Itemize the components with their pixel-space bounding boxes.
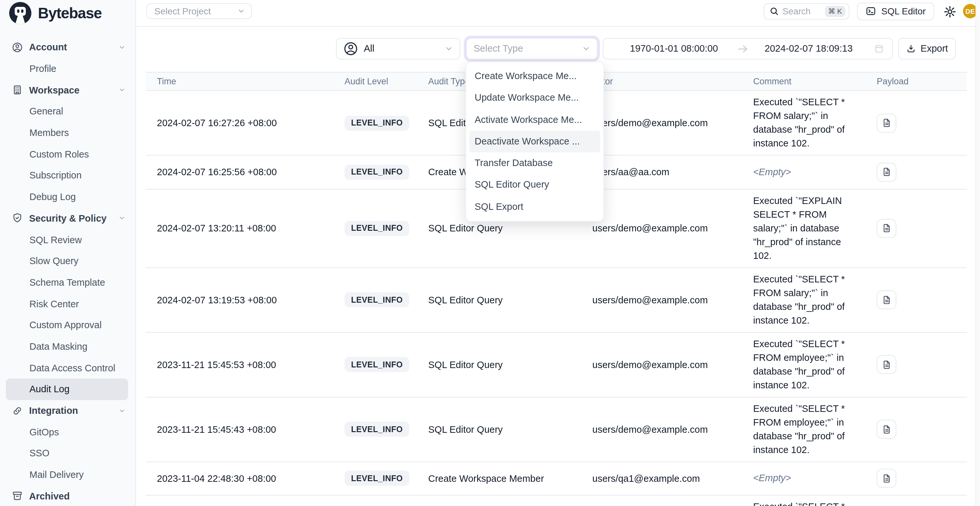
user-circle-icon — [343, 41, 358, 56]
cell-audit-type: SQL Editor Query — [428, 294, 592, 305]
cell-audit-level: LEVEL_INFO — [345, 357, 428, 372]
actor-filter-value: All — [364, 43, 374, 54]
sidebar-group-security-policy[interactable]: Security & Policy — [0, 208, 135, 229]
chevron-down-icon — [237, 7, 245, 15]
chevron-down-icon — [118, 86, 126, 94]
cell-audit-level: LEVEL_INFO — [345, 422, 428, 437]
payload-view-button[interactable] — [877, 163, 896, 182]
cell-comment: Executed `"SELECT * FROM employee;"` in … — [753, 402, 862, 457]
sidebar-item-custom-approval[interactable]: Custom Approval — [0, 315, 135, 336]
menu-item-sql-editor-query[interactable]: SQL Editor Query — [466, 174, 603, 196]
gear-icon[interactable] — [943, 5, 956, 18]
menu-item-update-workspace-me[interactable]: Update Workspace Me... — [466, 87, 603, 109]
cell-time: 2023-11-21 15:45:53 +08:00 — [157, 359, 345, 370]
cell-time: 2024-02-07 13:19:53 +08:00 — [157, 294, 345, 305]
sidebar-item-members[interactable]: Members — [0, 122, 135, 143]
sidebar-group-label: Archived — [29, 491, 70, 501]
chevron-down-icon — [118, 215, 126, 222]
search-shortcut-badge: ⌘ K — [825, 6, 845, 17]
app-window: Bytebase AccountProfileWorkspaceGeneralM… — [0, 0, 980, 506]
sidebar-item-schema-template[interactable]: Schema Template — [0, 272, 135, 293]
date-end-value[interactable]: 2024-02-07 18:09:13 — [765, 43, 853, 54]
menu-item-transfer-database[interactable]: Transfer Database — [466, 152, 603, 174]
export-label: Export — [921, 43, 948, 54]
payload-view-button[interactable] — [877, 469, 896, 488]
sidebar-group-label: Workspace — [29, 85, 80, 95]
sidebar-item-debug-log[interactable]: Debug Log — [0, 186, 135, 208]
payload-view-button[interactable] — [877, 113, 896, 132]
menu-item-activate-workspace-me[interactable]: Activate Workspace Me... — [466, 109, 603, 131]
sidebar-group-integration[interactable]: Integration — [0, 400, 135, 421]
payload-view-button[interactable] — [877, 219, 896, 238]
sidebar-item-audit-log[interactable]: Audit Log — [6, 379, 128, 400]
export-button[interactable]: Export — [898, 38, 956, 59]
menu-item-deactivate-workspace[interactable]: Deactivate Workspace ... — [469, 131, 600, 153]
table-row: 2023-11-04 21:26:34 +08:00LEVEL_INFOSQL … — [146, 496, 967, 506]
cell-payload — [877, 113, 896, 132]
project-select[interactable]: Select Project — [146, 3, 252, 19]
topbar: Select Project Search ⌘ K SQL Editor DE — [135, 0, 980, 27]
sidebar-item-custom-roles[interactable]: Custom Roles — [0, 143, 135, 165]
sidebar-group-account[interactable]: Account — [0, 37, 135, 58]
terminal-icon — [865, 6, 876, 16]
cell-payload — [877, 290, 896, 309]
scrollbar[interactable] — [975, 0, 980, 506]
payload-view-button[interactable] — [877, 355, 896, 374]
user-circle-icon — [11, 42, 22, 53]
actor-filter-select[interactable]: All — [336, 38, 460, 59]
brand-logo[interactable]: Bytebase — [0, 0, 135, 26]
sidebar-nav: AccountProfileWorkspaceGeneralMembersCus… — [0, 26, 135, 506]
cell-payload — [877, 219, 896, 238]
project-select-placeholder: Select Project — [154, 6, 211, 16]
cell-audit-level: LEVEL_INFO — [345, 292, 428, 307]
cell-actor: users/qa1@example.com — [592, 473, 753, 484]
sql-editor-button[interactable]: SQL Editor — [857, 2, 934, 20]
sidebar-item-subscription[interactable]: Subscription — [0, 165, 135, 186]
date-range-picker[interactable]: 1970-01-01 08:00:00 2024-02-07 18:09:13 — [603, 38, 893, 59]
sidebar-item-profile[interactable]: Profile — [0, 58, 135, 79]
menu-item-create-workspace-me[interactable]: Create Workspace Me... — [466, 65, 603, 87]
shield-check-icon — [11, 213, 22, 224]
sidebar-item-mail-delivery[interactable]: Mail Delivery — [0, 464, 135, 485]
table-row: 2023-11-21 15:45:43 +08:00LEVEL_INFOSQL … — [146, 397, 967, 462]
table-row: 2024-02-07 13:19:53 +08:00LEVEL_INFOSQL … — [146, 268, 967, 333]
column-header-time: Time — [157, 76, 345, 86]
sidebar: Bytebase AccountProfileWorkspaceGeneralM… — [0, 0, 136, 506]
cell-actor: users/demo@example.com — [592, 223, 753, 233]
type-filter-placeholder: Select Type — [474, 43, 523, 54]
sidebar-item-general[interactable]: General — [0, 101, 135, 122]
sidebar-item-sso[interactable]: SSO — [0, 442, 135, 464]
cell-time: 2023-11-21 15:45:43 +08:00 — [157, 424, 345, 434]
file-icon — [881, 223, 891, 233]
calendar-icon — [874, 43, 884, 54]
sidebar-item-sql-review[interactable]: SQL Review — [0, 229, 135, 250]
sidebar-group-workspace[interactable]: Workspace — [0, 80, 135, 101]
search-input[interactable]: Search ⌘ K — [764, 3, 849, 19]
cell-actor: users/demo@example.com — [592, 424, 753, 434]
column-header-comment: Comment — [753, 76, 862, 86]
sidebar-item-slow-query[interactable]: Slow Query — [0, 250, 135, 272]
payload-view-button[interactable] — [877, 420, 896, 439]
cell-time: 2023-11-04 22:48:30 +08:00 — [157, 473, 345, 484]
cell-audit-level: LEVEL_INFO — [345, 221, 428, 235]
date-start-value[interactable]: 1970-01-01 08:00:00 — [630, 43, 718, 54]
sidebar-item-gitops[interactable]: GitOps — [0, 421, 135, 442]
sidebar-item-data-masking[interactable]: Data Masking — [0, 336, 135, 357]
cell-comment: Executed `"SELECT * FROM department;"` i… — [753, 500, 862, 506]
cell-comment: Executed `"SELECT * FROM salary;"` in da… — [753, 95, 862, 150]
sidebar-group-archived[interactable]: Archived — [0, 485, 135, 506]
sidebar-group-label: Integration — [29, 405, 78, 416]
sql-editor-label: SQL Editor — [881, 6, 926, 16]
type-filter-select[interactable]: Select Type — [466, 38, 597, 59]
file-icon — [881, 167, 891, 178]
payload-view-button[interactable] — [877, 290, 896, 309]
sidebar-item-data-access-control[interactable]: Data Access Control — [0, 357, 135, 379]
search-icon — [770, 6, 779, 16]
cell-audit-type: Create Workspace Member — [428, 473, 592, 484]
download-icon — [906, 44, 916, 54]
main-content: All Select Type 1970-01-01 08:00:00 2024… — [135, 26, 980, 506]
audit-level-badge: LEVEL_INFO — [345, 292, 409, 307]
sidebar-item-risk-center[interactable]: Risk Center — [0, 293, 135, 315]
menu-item-sql-export[interactable]: SQL Export — [466, 196, 603, 218]
audit-level-badge: LEVEL_INFO — [345, 115, 409, 130]
